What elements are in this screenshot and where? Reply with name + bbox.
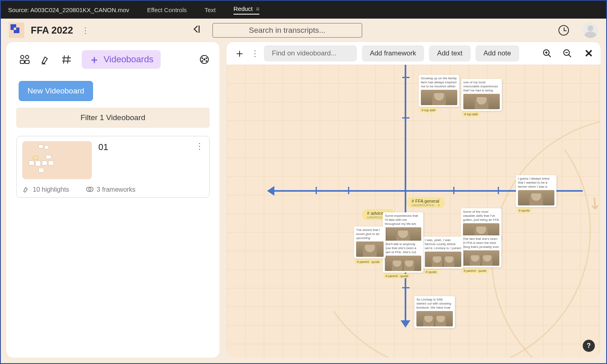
zoom-out-icon[interactable]	[562, 49, 572, 58]
clip-tag: # quote	[424, 270, 439, 274]
tab-text[interactable]: Text	[204, 6, 216, 13]
help-button[interactable]: ?	[583, 340, 595, 352]
svg-line-27	[569, 55, 571, 57]
hashtag-icon[interactable]	[61, 53, 73, 66]
search-input[interactable]: Search in transcripts...	[212, 23, 362, 38]
axis-tick	[402, 287, 410, 288]
videoboard-thumbnail	[22, 141, 92, 179]
svg-point-15	[204, 59, 205, 60]
arrow-left-icon	[267, 186, 274, 196]
clip-card[interactable]: Growing up on the family farm has always…	[419, 75, 459, 107]
arrow-down-icon	[401, 320, 410, 328]
axis-tick	[316, 187, 317, 194]
svg-point-6	[25, 55, 29, 59]
axis-tick	[402, 117, 410, 119]
project-title: FFA 2022	[31, 25, 73, 36]
zoom-in-icon[interactable]	[542, 49, 552, 58]
new-videoboard-button[interactable]: New Videoboard	[19, 81, 93, 101]
videoboard-meta: 10 highlights 3 frameworks	[22, 186, 204, 193]
highlighter-icon[interactable]	[40, 53, 52, 66]
videoboard-card[interactable]: 01 ⋮ 10 highlights 3 frameworks	[16, 136, 210, 198]
clip-card[interactable]: The advice that I would give to an upcom…	[354, 226, 386, 258]
collapse-icon[interactable]	[191, 24, 202, 37]
videoboard-canvas[interactable]: ↘ # adviceUNGROUPED	[227, 65, 601, 358]
axis-tick	[348, 187, 349, 194]
svg-rect-7	[20, 60, 24, 63]
add-icon[interactable]: ＋	[234, 46, 245, 61]
tab-effect-controls[interactable]: Effect Controls	[147, 6, 187, 13]
svg-line-11	[68, 55, 68, 63]
canvas-toolbar: ＋ ⋮ Find on videoboard... Add framework …	[227, 42, 601, 65]
canvas-panel: ＋ ⋮ Find on videoboard... Add framework …	[227, 42, 601, 358]
filter-bar[interactable]: Filter 1 Videoboard	[16, 108, 210, 128]
svg-line-23	[548, 55, 551, 57]
svg-point-16	[202, 58, 203, 59]
clip-tag: # top skill	[462, 112, 480, 116]
find-on-videoboard-input[interactable]: Find on videoboard...	[264, 45, 357, 61]
svg-rect-3	[14, 28, 16, 30]
app-header: FFA 2022 ⋮ Search in transcripts...	[1, 19, 606, 42]
svg-point-19	[206, 61, 207, 61]
videoboard-title: 01	[98, 141, 189, 152]
app-logo[interactable]	[9, 23, 24, 38]
host-menubar: Source: A003C024_220801KX_CANON.mov Effe…	[1, 1, 606, 19]
svg-point-5	[21, 55, 24, 59]
close-icon[interactable]: ✕	[584, 47, 593, 60]
axis-tick	[453, 187, 454, 194]
canvas-menu-icon[interactable]: ⋮	[251, 49, 259, 58]
axis-tick	[402, 77, 410, 78]
clip-card[interactable]: I was, yeah, I was Nichols county where …	[423, 237, 463, 269]
add-note-button[interactable]: Add note	[475, 45, 519, 61]
axis-tick	[498, 187, 499, 194]
source-label: Source: A003C024_220801KX_CANON.mov	[8, 6, 129, 13]
clip-card[interactable]: The fact that she's been in FFA is been …	[461, 235, 501, 267]
left-panel: ＋ Videoboards New Videoboard Filter 1 Vi…	[6, 42, 219, 358]
tab-reduct[interactable]: Reduct≡	[233, 5, 259, 15]
user-avatar[interactable]	[583, 23, 598, 38]
videoboard-menu-icon[interactable]: ⋮	[195, 141, 204, 151]
clip-tag: # quote	[517, 208, 532, 213]
svg-point-17	[206, 58, 207, 59]
tab-videoboards[interactable]: ＋ Videoboards	[82, 50, 161, 69]
clip-tag: # parent · quote	[355, 260, 382, 264]
project-menu-icon[interactable]: ⋮	[81, 25, 89, 35]
clip-tag: # top skill	[420, 108, 437, 112]
clip-card[interactable]: one of my most memorable experiences tha…	[461, 79, 502, 111]
clip-card[interactable]: Some experiences that I'll take with me …	[383, 212, 423, 244]
history-icon[interactable]	[558, 25, 569, 36]
add-framework-button[interactable]: Add framework	[362, 45, 424, 61]
axis-vertical	[405, 65, 406, 324]
hamburger-icon[interactable]: ≡	[256, 5, 260, 12]
people-icon[interactable]	[19, 53, 31, 66]
add-text-button[interactable]: Add text	[429, 45, 470, 61]
svg-rect-8	[25, 60, 29, 63]
clip-card[interactable]: She'll talk to anybody now that she's be…	[383, 241, 423, 273]
target-icon[interactable]	[198, 53, 210, 66]
clip-tag: # parent · quote	[462, 269, 488, 273]
svg-line-10	[64, 55, 64, 63]
svg-point-18	[202, 61, 203, 61]
clip-tag: # parent · quote	[384, 274, 410, 278]
tag-chip-ffa-general[interactable]: # FFA generalUNGROUPED · 9	[407, 197, 445, 208]
clip-card[interactable]: So Lindsay is SAE started out with showi…	[414, 296, 455, 328]
clip-card[interactable]: I guess I always knew that I wanted to b…	[516, 175, 556, 207]
